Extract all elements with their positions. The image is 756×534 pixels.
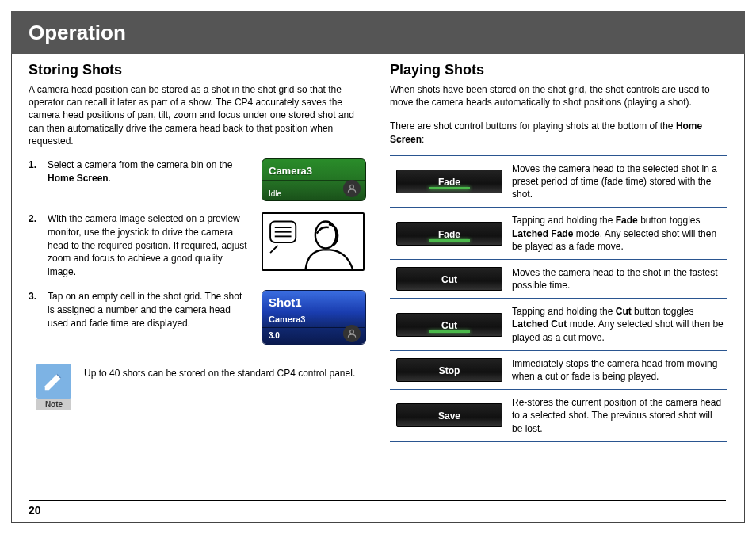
section-title-storing: Storing Shots (29, 62, 366, 78)
description-cell: Re-stores the current position of the ca… (509, 390, 727, 442)
step-text-post: . (109, 173, 111, 184)
step-3-figure: Shot1 Camera3 3.0 (262, 290, 366, 345)
description-cell: Immediately stops the camera head from m… (509, 350, 727, 389)
svg-point-0 (350, 185, 354, 189)
fade-button: Fade (396, 170, 502, 193)
camera-name: Camera3 (262, 159, 365, 180)
step-number: 2. (29, 212, 40, 279)
step-text-bold: Home Screen (48, 173, 109, 184)
intro2-pre: There are shot control buttons for playi… (390, 120, 676, 132)
steps-list: 1. Select a camera from the camera bin o… (29, 158, 366, 345)
step-2: 2. With the camera image selected on a p… (29, 212, 366, 279)
button-cell: Stop (390, 350, 509, 389)
storing-intro: A camera head position can be stored as … (29, 83, 366, 147)
table-row: SaveRe-stores the current position of th… (390, 390, 727, 442)
description-cell: Moves the camera head to the selected sh… (509, 155, 727, 208)
section-title-playing: Playing Shots (390, 62, 727, 78)
table-row: StopImmediately stops the camera head fr… (390, 350, 727, 389)
description-cell: Tapping and holding the Cut button toggl… (509, 299, 727, 351)
page-number: 20 (29, 500, 726, 517)
content-area: Storing Shots A camera head position can… (29, 62, 727, 502)
left-column: Storing Shots A camera head position can… (29, 62, 366, 502)
cut-button: Cut (396, 313, 502, 337)
button-cell: Fade (390, 155, 509, 208)
playing-intro-2: There are shot control buttons for playi… (390, 120, 727, 145)
step-text: Select a camera from the camera bin on t… (48, 158, 254, 201)
fade-button: Fade (396, 222, 502, 246)
save-button: Save (396, 403, 502, 427)
note-label: Note (36, 399, 71, 410)
table-row: CutTapping and holding the Cut button to… (390, 299, 727, 351)
note-pencil-icon (36, 364, 71, 399)
camera-icon (343, 180, 361, 197)
cut-button: Cut (396, 267, 502, 291)
table-row: FadeTapping and holding the Fade button … (390, 208, 727, 260)
step-text-pre: Select a camera from the camera bin on t… (48, 159, 232, 170)
note-text: Up to 40 shots can be stored on the stan… (84, 364, 355, 380)
button-cell: Save (390, 390, 509, 442)
shot-thumbnail: Shot1 Camera3 3.0 (262, 290, 366, 345)
intro2-post: : (422, 134, 424, 145)
playing-intro: When shots have been stored on the shot … (390, 83, 727, 109)
button-cell: Cut (390, 259, 509, 298)
note-icon-box: Note (36, 364, 71, 410)
svg-point-6 (350, 330, 354, 334)
table-row: FadeMoves the camera head to the selecte… (390, 155, 727, 208)
button-table: FadeMoves the camera head to the selecte… (390, 155, 727, 442)
description-cell: Tapping and holding the Fade button togg… (509, 208, 727, 260)
step-1: 1. Select a camera from the camera bin o… (29, 158, 366, 201)
note-row: Note Up to 40 shots can be stored on the… (36, 364, 366, 410)
stop-button: Stop (396, 358, 502, 382)
step-number: 1. (29, 158, 40, 201)
table-row: CutMoves the camera head to the shot in … (390, 259, 727, 298)
step-3: 3. Tap on an empty cell in the shot grid… (29, 290, 366, 345)
step-1-figure: Camera3 Idle (262, 158, 366, 201)
monitor-illustration (262, 212, 365, 271)
description-cell: Moves the camera head to the shot in the… (509, 259, 727, 298)
right-column: Playing Shots When shots have been store… (390, 62, 727, 502)
step-text: With the camera image selected on a prev… (48, 212, 254, 279)
header-bar: Operation (11, 11, 745, 54)
shot-name: Shot1 (262, 291, 365, 312)
camera-thumbnail: Camera3 Idle (262, 158, 366, 201)
step-number: 3. (29, 290, 40, 345)
step-2-figure (262, 212, 366, 279)
button-cell: Cut (390, 299, 509, 351)
button-cell: Fade (390, 208, 509, 260)
page-title: Operation (29, 21, 126, 45)
step-text: Tap on an empty cell in the shot grid. T… (48, 290, 254, 345)
